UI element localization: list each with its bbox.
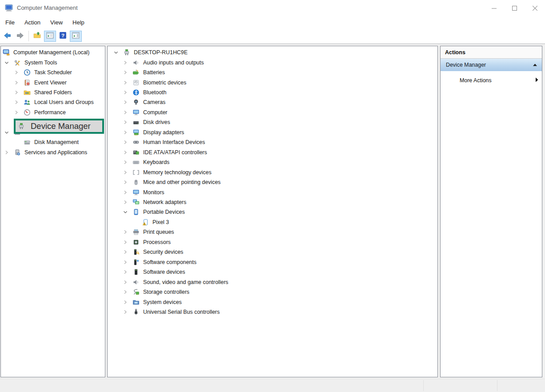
help-button[interactable]: ? <box>57 31 69 42</box>
tree-item-biometric-devices[interactable]: Biometric devices <box>108 77 437 87</box>
mgmt-root-icon <box>3 49 10 56</box>
tree-item-system-tools[interactable]: System Tools <box>1 57 105 67</box>
up-one-level-button[interactable] <box>31 31 43 42</box>
tree-item-software-devices[interactable]: Software devices <box>108 267 437 277</box>
expander-collapsed-icon[interactable] <box>123 260 132 264</box>
expander-collapsed-icon[interactable] <box>123 60 132 65</box>
tree-item-software-components[interactable]: Software components <box>108 257 437 267</box>
expander-expanded-icon[interactable] <box>114 50 123 55</box>
storage-ctrl-icon <box>132 288 140 296</box>
expander-collapsed-icon[interactable] <box>123 100 132 104</box>
expander-collapsed-icon[interactable] <box>123 160 132 164</box>
expander-collapsed-icon[interactable] <box>123 250 132 254</box>
performance-icon <box>24 109 31 116</box>
expander-collapsed-icon[interactable] <box>123 120 132 124</box>
tree-item-mice-and-other-pointing-devices[interactable]: Mice and other pointing devices <box>108 177 437 187</box>
tree-item-sound-video-and-game-controllers[interactable]: Sound, video and game controllers <box>108 277 437 287</box>
tree-item-event-viewer[interactable]: Event Viewer <box>1 77 105 87</box>
forward-button[interactable] <box>14 31 26 42</box>
expander-collapsed-icon[interactable] <box>123 200 132 204</box>
tree-item-cameras[interactable]: Cameras <box>108 97 437 107</box>
expander-collapsed-icon[interactable] <box>14 70 24 75</box>
menu-help[interactable]: Help <box>72 18 89 27</box>
tree-item-processors[interactable]: Processors <box>108 237 437 247</box>
expander-collapsed-icon[interactable] <box>123 170 132 175</box>
tree-item-storage-controllers[interactable]: Storage controllers <box>108 287 437 297</box>
expander-collapsed-icon[interactable] <box>123 180 132 184</box>
expander-collapsed-icon[interactable] <box>14 100 24 104</box>
toolbar-separator <box>28 31 29 41</box>
title-bar: Computer Management <box>0 0 545 16</box>
expander-collapsed-icon[interactable] <box>14 110 24 115</box>
back-button[interactable] <box>1 31 13 42</box>
more-actions-label: More Actions <box>460 77 492 84</box>
sound-icon <box>132 279 140 286</box>
actions-group-device-manager[interactable]: Device Manager <box>441 59 542 71</box>
maximize-button[interactable] <box>504 0 525 16</box>
tree-item-display-adapters[interactable]: Display adapters <box>108 128 437 137</box>
minimize-button[interactable] <box>484 0 504 16</box>
menu-file[interactable]: File <box>5 18 19 27</box>
expander-collapsed-icon[interactable] <box>123 310 132 314</box>
tree-item-batteries[interactable]: Batteries <box>108 68 437 77</box>
tree-item-shared-folders[interactable]: Shared Folders <box>1 88 105 97</box>
expander-collapsed-icon[interactable] <box>123 240 132 244</box>
expander-collapsed-icon[interactable] <box>123 190 132 195</box>
tree-item-task-scheduler[interactable]: Task Scheduler <box>1 68 105 77</box>
tree-item-universal-serial-bus-controllers[interactable]: Universal Serial Bus controllers <box>108 307 437 317</box>
toggle-console-tree-button[interactable] <box>44 31 56 42</box>
users-icon <box>24 99 31 106</box>
tree-item-computer-management-local[interactable]: Computer Management (Local) <box>1 48 105 57</box>
tree-item-portable-devices[interactable]: Portable Devices <box>108 207 437 217</box>
tree-item-services-and-applications[interactable]: Services and Applications <box>1 148 105 157</box>
expander-collapsed-icon[interactable] <box>123 130 132 135</box>
expander-collapsed-icon[interactable] <box>123 230 132 234</box>
tree-item-local-users-and-groups[interactable]: Local Users and Groups <box>1 97 105 107</box>
expander-expanded-icon[interactable] <box>123 210 132 214</box>
tree-item-print-queues[interactable]: Print queues <box>108 227 437 237</box>
tree-item-label: Computer <box>142 109 168 116</box>
tree-item-security-devices[interactable]: Security devices <box>108 247 437 257</box>
actions-group-label: Device Manager <box>446 62 486 68</box>
expander-collapsed-icon[interactable] <box>123 270 132 274</box>
tree-item-bluetooth[interactable]: Bluetooth <box>108 88 437 97</box>
tree-item-performance[interactable]: Performance <box>1 108 105 117</box>
tree-item-system-devices[interactable]: System devices <box>108 297 437 307</box>
tree-item-pixel-3[interactable]: Pixel 3 <box>108 217 437 227</box>
expander-collapsed-icon[interactable] <box>123 150 132 155</box>
tree-item-human-interface-devices[interactable]: Human Interface Devices <box>108 137 437 147</box>
tree-item-keyboards[interactable]: Keyboards <box>108 157 437 167</box>
expander-collapsed-icon[interactable] <box>123 300 132 304</box>
expander-collapsed-icon[interactable] <box>123 110 132 115</box>
menu-view[interactable]: View <box>50 18 67 27</box>
more-actions-item[interactable]: More Actions <box>441 75 542 86</box>
expander-collapsed-icon[interactable] <box>123 290 132 294</box>
close-button[interactable] <box>525 0 545 16</box>
tree-item-label: Processors <box>142 239 172 246</box>
expander-collapsed-icon[interactable] <box>123 90 132 95</box>
expander-collapsed-icon[interactable] <box>123 140 132 144</box>
tree-item-disk-management[interactable]: Disk Management <box>1 137 105 147</box>
tree-item-desktop-ru1hc9e[interactable]: DESKTOP-RU1HC9E <box>108 48 437 57</box>
tree-item-memory-technology-devices[interactable]: Memory technology devices <box>108 167 437 177</box>
toggle-action-pane-button[interactable] <box>70 31 82 42</box>
expander-collapsed-icon[interactable] <box>123 70 132 75</box>
tree-item-disk-drives[interactable]: Disk drives <box>108 117 437 127</box>
tree-item-monitors[interactable]: Monitors <box>108 187 437 197</box>
tree-item-computer[interactable]: Computer <box>108 108 437 117</box>
toolbar: ? <box>0 28 545 44</box>
expander-expanded-icon[interactable] <box>4 130 14 135</box>
menu-action[interactable]: Action <box>24 18 45 27</box>
tree-item-network-adapters[interactable]: Network adapters <box>108 197 437 207</box>
expander-collapsed-icon[interactable] <box>14 90 24 95</box>
tree-item-ide-ata-atapi-controllers[interactable]: IDE ATA/ATAPI controllers <box>108 148 437 157</box>
expander-expanded-icon[interactable] <box>4 60 14 65</box>
collapse-chevron-up-icon[interactable] <box>533 62 537 68</box>
expander-collapsed-icon[interactable] <box>14 80 24 85</box>
expander-collapsed-icon[interactable] <box>123 280 132 284</box>
tree-item-label: IDE ATA/ATAPI controllers <box>142 149 208 156</box>
app-icon <box>5 4 13 12</box>
tree-item-audio-inputs-and-outputs[interactable]: Audio inputs and outputs <box>108 57 437 67</box>
expander-collapsed-icon[interactable] <box>4 150 14 155</box>
expander-collapsed-icon[interactable] <box>123 80 132 85</box>
